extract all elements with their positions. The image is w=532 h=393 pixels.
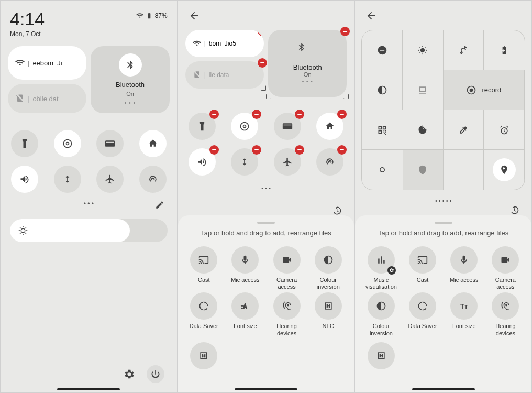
remove-badge[interactable] (295, 145, 304, 155)
drawer-tile-datasaver[interactable] (409, 292, 436, 320)
wallet-tile[interactable] (96, 130, 124, 157)
airplane-tile[interactable] (96, 166, 124, 193)
wallet-tile-edit[interactable] (274, 113, 301, 140)
drawer-tile-nfc[interactable] (315, 292, 342, 320)
drawer-tile-invert[interactable] (315, 246, 342, 274)
remove-badge[interactable] (252, 110, 261, 119)
autorotate-tile-edit[interactable] (231, 148, 258, 176)
power-button[interactable] (147, 365, 164, 383)
brightness-slider[interactable] (10, 219, 168, 242)
brightness-icon (18, 226, 28, 235)
bluetooth-toggle[interactable] (297, 42, 318, 63)
alarm-icon (499, 125, 509, 135)
remove-badge[interactable] (295, 110, 304, 119)
bluetooth-toggle[interactable] (119, 53, 142, 77)
nfc-icon (376, 351, 386, 361)
back-button[interactable] (178, 1, 354, 28)
cast-icon (198, 255, 209, 265)
drawer-tile-hearing[interactable] (273, 292, 301, 320)
edit-tiles-button[interactable] (155, 200, 164, 211)
sound-tile-edit[interactable] (189, 148, 216, 176)
resize-handle[interactable] (266, 94, 271, 99)
drawer-handle[interactable] (257, 222, 275, 224)
contrast-icon (377, 85, 387, 95)
drawer-tile-font[interactable]: Tт (231, 292, 259, 320)
nav-handle[interactable] (235, 388, 297, 390)
settings-button[interactable] (120, 365, 138, 383)
grid-tile-contrast[interactable] (362, 70, 403, 110)
remove-badge[interactable] (209, 110, 219, 119)
power-icon (150, 369, 161, 379)
nav-handle[interactable] (412, 388, 475, 390)
drawer-tile-font[interactable]: Tт (450, 292, 478, 320)
grid-tile-battery[interactable] (484, 30, 525, 70)
resize-handle[interactable] (343, 94, 349, 99)
drawer-tile-cast[interactable] (409, 246, 436, 274)
grid-tile-location[interactable] (484, 150, 525, 190)
tile-label: Font size (234, 323, 257, 330)
grid-tile-brightness[interactable] (403, 30, 444, 70)
grid-tile-extradim[interactable] (362, 150, 403, 190)
bluetooth-status: On (126, 91, 134, 97)
gear-icon (124, 368, 135, 380)
grid-tile-alarm[interactable] (484, 110, 525, 150)
grid-tile-qr[interactable] (362, 110, 403, 150)
airplane-icon (105, 174, 115, 184)
home-tile-edit[interactable] (316, 113, 343, 140)
thermo-icon (62, 138, 73, 149)
bluetooth-tile-edit[interactable]: Bluetooth On • • • (268, 30, 347, 97)
drawer-tile-datasaver[interactable] (190, 292, 217, 320)
battery-saver-icon (499, 45, 509, 56)
drawer-tile-extra[interactable] (190, 342, 217, 369)
grid-tile-caption[interactable] (403, 70, 444, 110)
drawer-tile-cast[interactable] (190, 246, 217, 274)
drawer-tile-mic[interactable] (231, 246, 259, 274)
remove-badge[interactable] (252, 145, 261, 155)
grid-tile-dnd[interactable] (362, 30, 403, 70)
drawer-tile-nfc[interactable] (368, 342, 395, 369)
flashlight-tile[interactable] (11, 130, 38, 157)
remove-badge[interactable] (337, 145, 347, 155)
sound-tile[interactable] (11, 166, 38, 193)
drawer-handle[interactable] (435, 222, 452, 224)
wifi-icon (193, 39, 201, 48)
mobile-data-tile-edit[interactable]: | ile data (185, 61, 264, 89)
remove-badge[interactable] (209, 145, 219, 155)
wifi-tile-edit[interactable]: | bom_Jio5 (185, 30, 264, 57)
back-button[interactable] (355, 1, 531, 28)
home-tile[interactable] (139, 130, 167, 157)
hotspot-tile[interactable] (139, 166, 167, 193)
tile-label: Mic access (450, 277, 478, 283)
history-icon (331, 205, 342, 216)
device-thermo-tile[interactable] (54, 130, 81, 157)
airplane-tile-edit[interactable] (274, 148, 301, 176)
nav-handle[interactable] (57, 388, 120, 390)
grid-tile-screen-record[interactable]: record (444, 70, 525, 110)
bluetooth-tile[interactable]: Bluetooth On • • • (91, 46, 169, 113)
drawer-tile-hearing[interactable] (492, 292, 519, 320)
drawer-tile-music[interactable] (368, 246, 395, 274)
flashlight-tile-edit[interactable] (189, 113, 216, 140)
hotspot-tile-edit[interactable] (316, 148, 343, 176)
remove-badge[interactable] (258, 30, 264, 36)
drawer-tile-invert[interactable] (368, 292, 395, 320)
remove-badge[interactable] (258, 58, 267, 68)
remove-badge[interactable] (340, 27, 350, 36)
drawer-tile-mic[interactable] (450, 246, 478, 274)
drawer-tile-camera[interactable] (492, 246, 519, 274)
drawer-tile-camera[interactable] (273, 246, 301, 274)
resize-handle[interactable] (261, 54, 264, 57)
remove-badge[interactable] (337, 110, 347, 119)
grid-tile-nightlight[interactable] (403, 110, 444, 150)
thermo-tile-edit[interactable] (231, 113, 258, 140)
resize-handle[interactable] (261, 85, 266, 91)
autorotate-tile[interactable] (54, 166, 81, 193)
wifi-tile[interactable]: | eebom_Ji (8, 46, 86, 80)
mobile-data-tile[interactable]: | obile dat (8, 84, 86, 113)
grid-tile-autorotate[interactable] (444, 30, 484, 70)
camera-icon (500, 255, 511, 265)
grid-tile-shield[interactable] (403, 150, 444, 190)
grid-tile-dropper[interactable] (444, 110, 484, 150)
bluetooth-page-dots: • • • (125, 100, 136, 106)
quick-settings-edit-panel: | bom_Jio5 | ile data Bluetooth On • • • (178, 0, 355, 393)
